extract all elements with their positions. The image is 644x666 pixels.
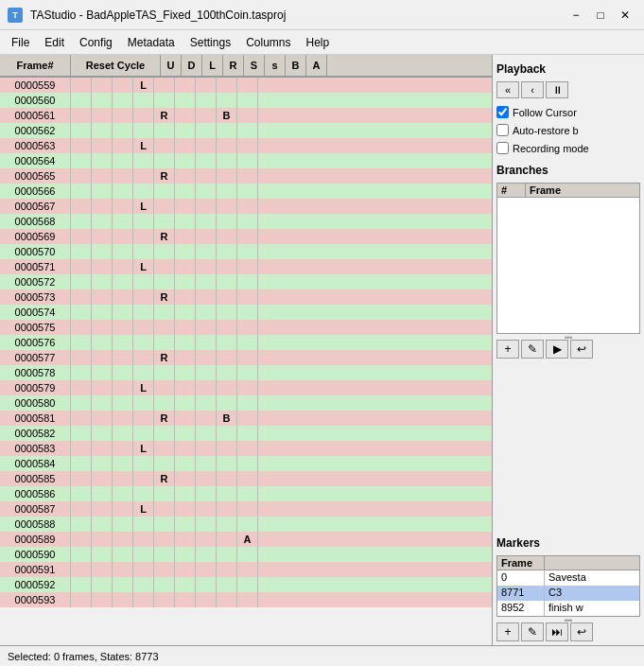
table-cell[interactable]: [92, 184, 113, 199]
table-cell[interactable]: [217, 78, 237, 93]
table-cell[interactable]: 0000581: [0, 411, 71, 426]
table-cell[interactable]: [71, 244, 92, 259]
table-cell[interactable]: [196, 259, 217, 274]
table-cell[interactable]: [237, 229, 258, 244]
table-cell[interactable]: [92, 471, 113, 486]
table-cell[interactable]: [92, 138, 113, 153]
table-cell[interactable]: [175, 456, 196, 471]
table-cell[interactable]: [196, 199, 217, 214]
table-cell[interactable]: [113, 441, 133, 456]
table-row[interactable]: 0000584: [0, 456, 492, 471]
table-cell[interactable]: [237, 244, 258, 259]
table-cell[interactable]: L: [133, 441, 154, 456]
table-cell[interactable]: [71, 592, 92, 607]
table-cell[interactable]: [154, 486, 175, 501]
table-cell[interactable]: [113, 395, 133, 411]
table-cell[interactable]: [217, 592, 237, 607]
table-cell[interactable]: [92, 244, 113, 259]
table-cell[interactable]: [154, 501, 175, 517]
table-cell[interactable]: [71, 78, 92, 93]
table-cell[interactable]: [133, 335, 154, 350]
table-cell[interactable]: [113, 259, 133, 274]
table-cell[interactable]: [196, 411, 217, 426]
table-cell[interactable]: 0000565: [0, 168, 71, 184]
table-cell[interactable]: [196, 123, 217, 138]
table-cell[interactable]: 0000577: [0, 350, 71, 365]
table-cell[interactable]: [196, 153, 217, 168]
table-cell[interactable]: [175, 562, 196, 577]
table-cell[interactable]: [237, 274, 258, 289]
table-cell[interactable]: L: [133, 199, 154, 214]
table-row[interactable]: 0000587L: [0, 501, 492, 517]
marker-edit-button[interactable]: ✎: [521, 622, 544, 641]
close-button[interactable]: ✕: [614, 6, 636, 25]
table-row[interactable]: 0000565R: [0, 168, 492, 184]
table-cell[interactable]: [217, 229, 237, 244]
table-cell[interactable]: 0000573: [0, 289, 71, 305]
table-cell[interactable]: [175, 184, 196, 199]
table-cell[interactable]: [113, 274, 133, 289]
table-cell[interactable]: [175, 547, 196, 562]
table-cell[interactable]: [92, 532, 113, 547]
table-cell[interactable]: 0000563: [0, 138, 71, 153]
table-row[interactable]: 0000593: [0, 592, 492, 607]
table-cell[interactable]: [71, 320, 92, 335]
table-cell[interactable]: [154, 78, 175, 93]
table-cell[interactable]: [71, 138, 92, 153]
table-cell[interactable]: [92, 517, 113, 532]
table-row[interactable]: 0000570: [0, 244, 492, 259]
table-cell[interactable]: [237, 562, 258, 577]
table-cell[interactable]: [237, 138, 258, 153]
table-cell[interactable]: L: [133, 78, 154, 93]
table-row[interactable]: 0000562: [0, 123, 492, 138]
table-cell[interactable]: [71, 274, 92, 289]
table-cell[interactable]: [196, 350, 217, 365]
follow-cursor-checkbox[interactable]: [496, 106, 509, 118]
table-cell[interactable]: 0000572: [0, 274, 71, 289]
table-cell[interactable]: [71, 380, 92, 395]
table-cell[interactable]: R: [154, 471, 175, 486]
table-cell[interactable]: [71, 395, 92, 411]
table-cell[interactable]: [113, 577, 133, 592]
table-cell[interactable]: [217, 123, 237, 138]
table-cell[interactable]: 0000589: [0, 532, 71, 547]
table-cell[interactable]: [92, 380, 113, 395]
table-cell[interactable]: [217, 501, 237, 517]
table-row[interactable]: 0000576: [0, 335, 492, 350]
table-cell[interactable]: [237, 335, 258, 350]
table-cell[interactable]: [133, 577, 154, 592]
table-cell[interactable]: [154, 547, 175, 562]
table-cell[interactable]: [154, 426, 175, 441]
table-cell[interactable]: [237, 365, 258, 380]
table-cell[interactable]: [133, 229, 154, 244]
branch-play-button[interactable]: ▶: [546, 340, 568, 359]
table-cell[interactable]: 0000568: [0, 214, 71, 229]
table-cell[interactable]: [175, 592, 196, 607]
table-cell[interactable]: [175, 350, 196, 365]
table-cell[interactable]: [217, 305, 237, 320]
table-cell[interactable]: [175, 320, 196, 335]
table-cell[interactable]: [217, 562, 237, 577]
table-row[interactable]: 0000564: [0, 153, 492, 168]
table-cell[interactable]: [217, 547, 237, 562]
table-cell[interactable]: [237, 441, 258, 456]
table-row[interactable]: 0000590: [0, 547, 492, 562]
table-cell[interactable]: 0000564: [0, 153, 71, 168]
table-cell[interactable]: [71, 562, 92, 577]
table-cell[interactable]: [196, 305, 217, 320]
table-cell[interactable]: [133, 214, 154, 229]
table-cell[interactable]: [196, 335, 217, 350]
table-cell[interactable]: [92, 214, 113, 229]
table-cell[interactable]: [217, 517, 237, 532]
branches-table[interactable]: # Frame: [496, 183, 640, 334]
maximize-button[interactable]: □: [589, 6, 612, 25]
table-cell[interactable]: [237, 395, 258, 411]
table-cell[interactable]: [217, 426, 237, 441]
table-cell[interactable]: [154, 214, 175, 229]
table-cell[interactable]: [133, 426, 154, 441]
table-cell[interactable]: [217, 259, 237, 274]
table-cell[interactable]: [71, 184, 92, 199]
table-cell[interactable]: [196, 138, 217, 153]
table-cell[interactable]: [92, 486, 113, 501]
table-cell[interactable]: [196, 289, 217, 305]
